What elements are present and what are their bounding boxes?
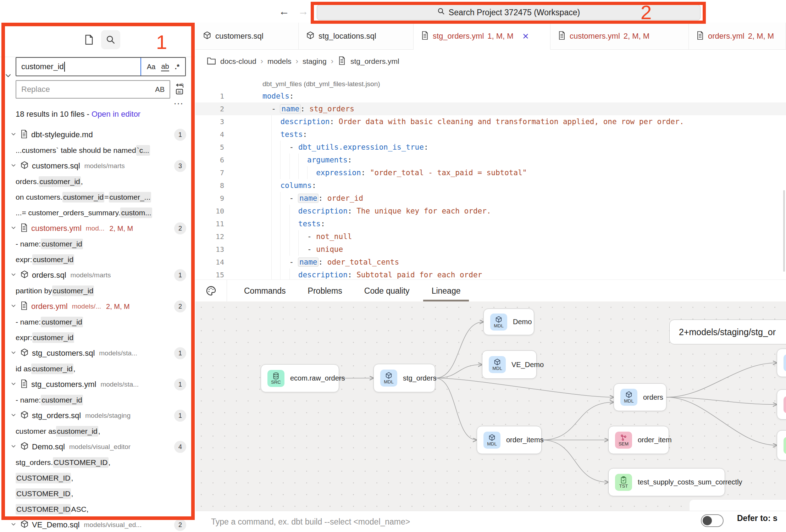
lineage-node-order_item[interactable]: SEMorder_item	[608, 426, 669, 454]
code-line[interactable]: 11tests:	[195, 217, 786, 230]
file-explorer-button[interactable]	[79, 30, 99, 49]
chevron-down-icon[interactable]	[10, 411, 17, 420]
lineage-node-ecom.raw_orders[interactable]: SRCecom.raw_orders	[261, 364, 339, 392]
result-file-row[interactable]: dbt-styleguide.md1	[0, 127, 195, 143]
tab-orders.yml[interactable]: orders.yml2, M, M	[689, 23, 786, 50]
panel-tab-problems[interactable]: Problems	[308, 280, 342, 302]
lineage-node-mdl-partial[interactable]: MDL	[777, 349, 786, 377]
result-count-badge: 2	[174, 519, 186, 531]
result-file-row[interactable]: VE_Demo.sqlmodels/visual_ed...2	[0, 517, 195, 532]
result-match-row[interactable]: orders.customer_id,	[0, 174, 195, 189]
command-bar[interactable]: Type a command, ex. dbt build --select <…	[195, 511, 786, 532]
result-match-row[interactable]: CUSTOMER_ID,	[0, 470, 195, 486]
result-match-row[interactable]: partition by customer_id	[0, 283, 195, 299]
result-file-row[interactable]: stg_customers.sqlmodels/sta...1	[0, 345, 195, 361]
chevron-down-icon[interactable]	[10, 131, 17, 139]
result-file-row[interactable]: Demo.sqlmodels/visual_editor4	[0, 439, 195, 455]
code-line[interactable]: 9- name: order_id	[195, 192, 786, 205]
chevron-down-icon[interactable]	[10, 443, 17, 451]
breadcrumb-item[interactable]: docs-cloud	[220, 57, 256, 66]
search-input-value: customer_id	[21, 62, 64, 71]
regex-button[interactable]: .*	[175, 63, 179, 71]
lineage-node-stg_orders[interactable]: MDLstg_orders	[373, 364, 435, 392]
result-file-row[interactable]: stg_orders.sqlmodels/staging1	[0, 408, 195, 423]
lineage-node-sem-partial[interactable]: SEM	[777, 389, 786, 420]
chevron-down-icon[interactable]	[10, 302, 17, 311]
chevron-down-icon[interactable]	[10, 271, 17, 279]
whole-word-button[interactable]: ab	[161, 62, 169, 71]
code-line[interactable]: 4tests:	[195, 128, 786, 141]
breadcrumb-item[interactable]: models	[267, 57, 292, 66]
result-match-row[interactable]: - name: customer_id	[0, 314, 195, 330]
code-line[interactable]: 7expression: "order_total - tax_paid = s…	[195, 166, 786, 179]
tab-stg_locations.sql[interactable]: stg_locations.sql	[299, 23, 414, 50]
search-input[interactable]: customer_id Aa ab .*	[16, 57, 186, 76]
code-line[interactable]: 8columns:	[195, 179, 786, 192]
chevron-down-icon[interactable]	[10, 349, 17, 358]
result-match-row[interactable]: ...customers` table should be named `c..…	[0, 143, 195, 158]
result-match-row[interactable]: customer as customer_id,	[0, 423, 195, 439]
replace-input[interactable]: Replace AB	[16, 80, 170, 99]
lineage-node-tst-partial[interactable]: TST	[777, 430, 786, 460]
editor-scrollbar[interactable]	[783, 190, 785, 272]
tab-customers.yml[interactable]: customers.yml2, M, M	[550, 23, 689, 50]
toggle-replace-chevron[interactable]	[4, 71, 13, 82]
panel-tab-lineage[interactable]: Lineage	[432, 280, 461, 302]
result-match-row[interactable]: expr: customer_id	[0, 252, 195, 267]
lineage-node-order_items[interactable]: MDLorder_items	[477, 426, 542, 454]
result-file-row[interactable]: customers.sqlmodels/marts3	[0, 158, 195, 174]
code-line[interactable]: 3description: Order data with basic clea…	[195, 115, 786, 128]
result-match-row[interactable]: expr: customer_id	[0, 330, 195, 345]
line-number: 1	[195, 90, 224, 102]
search-panel-button[interactable]	[101, 30, 120, 49]
model-cube-icon	[20, 270, 29, 281]
match-case-button[interactable]: Aa	[147, 63, 155, 71]
close-icon[interactable]	[522, 33, 529, 40]
code-line[interactable]: 5- dbt_utils.expression_is_true:	[195, 141, 786, 154]
chevron-down-icon[interactable]	[10, 224, 17, 233]
panel-tab-code-quality[interactable]: Code quality	[364, 280, 410, 302]
defer-toggle[interactable]	[701, 514, 724, 527]
result-match-row[interactable]: - name: customer_id	[0, 236, 195, 252]
code-line[interactable]: 10description: The unique key for each o…	[195, 205, 786, 217]
breadcrumb-item[interactable]: staging	[303, 57, 327, 66]
panel-tab-commands[interactable]: Commands	[244, 280, 286, 302]
defer-label: Defer to: s	[737, 514, 777, 523]
code-line[interactable]: 2- name: stg_orders	[195, 102, 786, 115]
replace-all-icon[interactable]: abac	[174, 82, 187, 97]
code-line[interactable]: 15description: Subtotal paid for each or…	[195, 268, 786, 279]
result-match-row[interactable]: stg_orders.CUSTOMER_ID,	[0, 455, 195, 470]
chevron-down-icon[interactable]	[10, 162, 17, 170]
result-file-row[interactable]: orders.ymlmodels/...2, M, M2	[0, 299, 195, 314]
code-line[interactable]: 14- name: oder_total_cents	[195, 256, 786, 268]
tab-stg_orders.yml[interactable]: stg_orders.yml1, M, M	[414, 23, 550, 50]
result-match-row[interactable]: CUSTOMER_ID,	[0, 486, 195, 501]
result-file-row[interactable]: customers.ymlmod...2, M, M2	[0, 221, 195, 236]
project-search-bar[interactable]: Search Project 372475 (Workspace)	[317, 5, 701, 20]
result-match-row[interactable]: ...= customer_orders_summary.custom...	[0, 205, 195, 221]
code-line[interactable]: 12- not_null	[195, 230, 786, 243]
open-in-editor-link[interactable]: Open in editor	[92, 110, 140, 118]
code-line[interactable]: 1models:	[195, 90, 786, 102]
code-editor[interactable]: dbt_yml_files (dbt_yml_files-latest.json…	[195, 73, 786, 279]
result-match-row[interactable]: CUSTOMER_ID ASC,	[0, 501, 195, 517]
lineage-node-test_supply_costs_sum_correctly[interactable]: TSTtest_supply_costs_sum_correctly	[608, 468, 725, 496]
chevron-down-icon[interactable]	[10, 380, 17, 389]
preserve-case-button[interactable]: AB	[155, 85, 170, 94]
chevron-down-icon[interactable]	[10, 521, 17, 529]
more-actions-button[interactable]: ...	[174, 96, 184, 107]
result-match-row[interactable]: - name: customer_id	[0, 392, 195, 408]
result-file-row[interactable]: stg_customers.ymlmodels/sta...1	[0, 377, 195, 392]
lineage-node-Demo[interactable]: MDLDemo	[483, 309, 534, 335]
lineage-node-orders[interactable]: MDLorders	[614, 383, 666, 411]
result-file-row[interactable]: orders.sqlmodels/marts1	[0, 267, 195, 283]
result-match-row[interactable]: id as customer_id,	[0, 361, 195, 377]
result-match-row[interactable]: on customers.customer_id = customer_...	[0, 189, 195, 205]
lineage-canvas[interactable]: 2+models/staging/stg_or SRCecom.raw_orde…	[195, 301, 786, 511]
back-arrow-icon[interactable]: ←	[279, 0, 289, 23]
code-line[interactable]: 6arguments:	[195, 154, 786, 166]
tab-customers.sql[interactable]: customers.sql	[195, 23, 299, 50]
lineage-node-VE_Demo[interactable]: MDLVE_Demo	[482, 350, 537, 379]
code-line[interactable]: 13- unique	[195, 243, 786, 256]
theme-palette-button[interactable]	[195, 280, 227, 302]
